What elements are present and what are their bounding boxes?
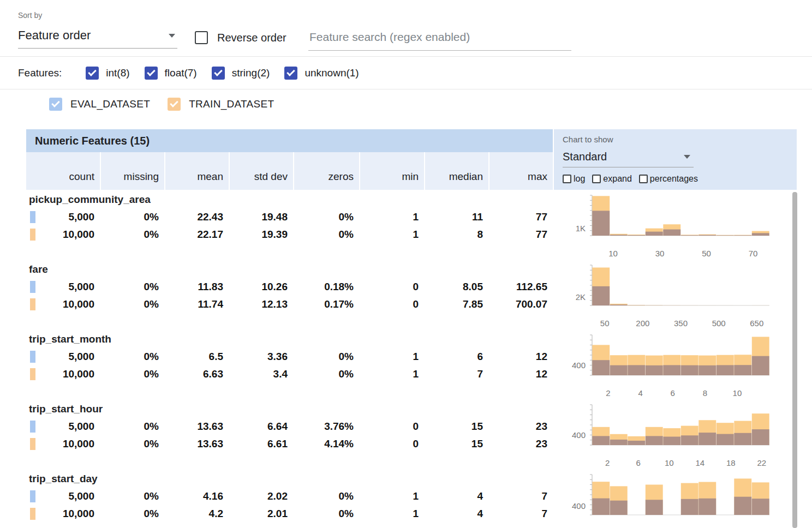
- stat-value: 1: [359, 508, 424, 520]
- stat-value: 7: [488, 508, 553, 520]
- stat-value: 0%: [293, 229, 359, 241]
- stats-row: 5,0000%13.636.643.76%01523: [26, 418, 553, 435]
- stat-value: 4.16: [164, 490, 229, 502]
- stat-value: 1: [359, 490, 424, 502]
- dataset-marker: [30, 508, 35, 520]
- percentages-checkbox[interactable]: [639, 175, 648, 183]
- stat-value: 11: [424, 211, 488, 223]
- reverse-order-label: Reverse order: [217, 32, 286, 44]
- stat-value: 2.01: [229, 508, 293, 520]
- string-filter-checkbox[interactable]: [212, 67, 225, 80]
- dataset-marker: [30, 421, 35, 433]
- stat-value: 0%: [293, 368, 359, 380]
- svg-text:6: 6: [671, 388, 675, 398]
- svg-text:1K: 1K: [576, 224, 586, 233]
- svg-text:2K: 2K: [576, 292, 586, 302]
- stat-value: 0%: [293, 351, 359, 363]
- log-checkbox[interactable]: [563, 175, 571, 183]
- svg-text:18: 18: [726, 458, 736, 467]
- svg-text:400: 400: [572, 501, 586, 511]
- feature-block: fare 5,0000%11.8310.260.18%08.05112.65 1…: [26, 262, 797, 332]
- int-filter-checkbox[interactable]: [86, 67, 99, 80]
- stats-row: 5,0000%6.53.360%1612: [26, 348, 553, 365]
- svg-text:400: 400: [572, 361, 586, 370]
- stat-value: 0%: [100, 211, 164, 223]
- stat-value: 19.48: [229, 211, 293, 223]
- float-filter-label: float(7): [165, 67, 197, 79]
- expand-checkbox[interactable]: [592, 175, 601, 183]
- reverse-order-checkbox[interactable]: [195, 31, 208, 44]
- stat-value: 11.83: [164, 281, 229, 293]
- stat-value: 22.43: [164, 211, 229, 223]
- unknown-filter-checkbox[interactable]: [284, 67, 297, 80]
- column-header-count: count: [26, 152, 100, 190]
- svg-text:2: 2: [605, 458, 610, 467]
- percentages-label: percentages: [650, 174, 698, 184]
- stat-value: 10,000: [26, 298, 100, 310]
- stat-value: 7: [424, 368, 488, 380]
- dataset-marker: [30, 211, 35, 223]
- stat-value: 0%: [100, 368, 164, 380]
- chevron-down-icon: [684, 155, 690, 159]
- train-dataset-checkbox[interactable]: [168, 98, 181, 111]
- dataset-marker: [30, 438, 35, 450]
- histogram-chart: 400246810: [553, 332, 797, 401]
- stat-value: 3.4: [229, 368, 293, 380]
- stats-row: 10,0000%22.1719.390%1877: [26, 226, 553, 243]
- svg-text:500: 500: [712, 319, 726, 328]
- chevron-down-icon: [169, 34, 175, 38]
- stat-value: 5,000: [26, 281, 100, 293]
- stat-value: 0%: [293, 490, 359, 502]
- stats-row: 10,0000%4.22.010%147: [26, 505, 553, 523]
- stat-value: 0%: [100, 421, 164, 433]
- column-header-zeros: zeros: [293, 152, 359, 190]
- stats-row: 5,0000%4.162.020%147: [26, 488, 553, 505]
- vertical-scrollbar[interactable]: [792, 192, 797, 528]
- chart-type-select[interactable]: Standard: [563, 146, 694, 167]
- stat-value: 19.39: [229, 229, 293, 241]
- numeric-features-section: Numeric Features (15) count missing mean…: [26, 129, 797, 528]
- svg-text:2: 2: [606, 388, 610, 398]
- stat-value: 1: [359, 368, 424, 380]
- histogram-chart: 2K50200350500650: [553, 262, 797, 332]
- stat-value: 0%: [100, 351, 164, 363]
- feature-type-filters: Features: int(8) float(7) string(2) unkn…: [0, 57, 812, 89]
- svg-text:70: 70: [749, 249, 758, 258]
- stat-value: 0: [359, 421, 424, 433]
- column-header-min: min: [359, 152, 424, 190]
- stat-value: 77: [488, 229, 553, 241]
- stat-value: 5,000: [26, 421, 100, 433]
- dataset-marker: [30, 368, 35, 380]
- type-filter-string: string(2): [212, 67, 270, 80]
- stat-value: 15: [424, 421, 488, 433]
- stat-value: 22.17: [164, 229, 229, 241]
- float-filter-checkbox[interactable]: [145, 67, 158, 80]
- stat-value: 7: [488, 490, 553, 502]
- dataset-marker: [30, 281, 35, 293]
- toolbar: Sort by Feature order Reverse order: [0, 0, 812, 57]
- stat-value: 10.26: [229, 281, 293, 293]
- svg-text:10: 10: [733, 388, 742, 398]
- stats-row: 5,0000%11.8310.260.18%08.05112.65: [26, 278, 553, 296]
- dataset-marker: [30, 298, 35, 310]
- stat-value: 8.05: [424, 281, 488, 293]
- stat-value: 10,000: [26, 438, 100, 450]
- feature-list: pickup_community_area 5,0000%22.4319.480…: [26, 192, 797, 528]
- stat-value: 15: [424, 438, 488, 450]
- stat-value: 0: [359, 281, 424, 293]
- feature-search-input[interactable]: [308, 27, 571, 51]
- stat-value: 0%: [293, 508, 359, 520]
- svg-text:10: 10: [665, 458, 674, 467]
- feature-order-select[interactable]: Feature order: [18, 25, 177, 49]
- svg-text:650: 650: [750, 319, 763, 328]
- stat-value: 6.61: [229, 438, 293, 450]
- stat-value: 10,000: [26, 368, 100, 380]
- feature-block: trip_start_day 5,0000%4.162.020%147 10,0…: [26, 471, 797, 528]
- dataset-marker: [30, 490, 35, 502]
- stat-value: 5,000: [26, 351, 100, 363]
- histogram-chart: 400: [553, 471, 797, 528]
- stat-value: 23: [488, 438, 553, 450]
- stat-value: 5,000: [26, 211, 100, 223]
- eval-dataset-checkbox[interactable]: [49, 98, 62, 111]
- svg-text:50: 50: [702, 249, 711, 258]
